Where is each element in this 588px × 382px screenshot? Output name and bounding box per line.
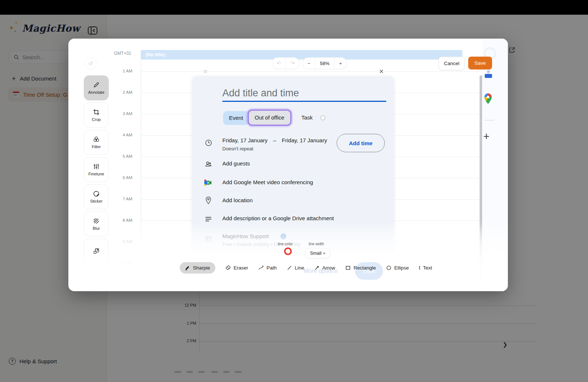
location-pin-icon <box>204 196 212 204</box>
tool-label: Sticker <box>90 199 103 203</box>
palette-fade <box>82 250 110 268</box>
add-meet-row: Add Google Meet video conferencing <box>222 179 313 185</box>
tool-crop[interactable]: Crop <box>84 103 109 128</box>
tool-label: Annotate <box>88 90 104 94</box>
blur-icon <box>93 217 100 225</box>
date-start: Friday, 17 January <box>222 137 268 143</box>
allday-event-bar: (No title) <box>141 50 462 60</box>
toolbar-rectangle[interactable]: Rectangle <box>345 262 376 274</box>
hour-label: 4 AM <box>116 133 132 137</box>
event-title-placeholder: Add title and time <box>222 88 299 99</box>
arrow-icon <box>314 265 320 271</box>
screen: ✦ ✦ ✦ MagicHow Search... + Ad <box>0 0 588 382</box>
chevron-down-icon: ▾ <box>323 251 325 255</box>
hour-label: 6 AM <box>116 175 132 180</box>
toolbar-eraser[interactable]: Eraser <box>225 262 248 274</box>
tool-label: Blur <box>93 226 100 231</box>
toolbar-label: Ellipse <box>394 265 409 271</box>
toolbar-label: Path <box>266 265 277 271</box>
google-meet-icon <box>204 179 212 187</box>
guests-icon <box>204 160 212 168</box>
tool-blur[interactable]: Blur <box>84 211 109 236</box>
undo-button[interactable]: ↶ <box>272 60 286 66</box>
toolbar-sharpie[interactable]: Sharpie <box>180 262 215 274</box>
title-underline <box>222 101 386 102</box>
hour-line <box>141 71 480 72</box>
sliders-icon <box>93 163 100 170</box>
toolbar-label: Text <box>423 265 432 271</box>
ellipse-icon <box>386 265 392 271</box>
toolbar-ellipse[interactable]: Ellipse <box>386 262 409 274</box>
filter-icon <box>93 136 100 143</box>
tool-label: Filter <box>92 144 101 149</box>
tab-task: Task <box>301 114 313 121</box>
tab-event: Event <box>223 111 249 125</box>
drag-handle-icon: = <box>204 68 207 75</box>
line-icon <box>287 265 292 271</box>
rectangle-icon <box>345 265 351 271</box>
path-icon <box>258 265 264 271</box>
toolbar-label: Eraser <box>234 265 248 271</box>
tool-annotate[interactable]: Annotate <box>84 75 109 100</box>
recurrence-label: Doesn't repeat <box>222 146 253 151</box>
google-maps-icon <box>484 93 492 106</box>
toolbar-text[interactable]: t Text <box>419 262 432 274</box>
toolbar-path[interactable]: Path <box>258 262 277 274</box>
close-icon: ✕ <box>379 68 384 75</box>
date-separator: – <box>273 137 276 143</box>
hour-label: 5 AM <box>116 154 132 158</box>
undo-redo-group: ↶ ↷ <box>272 57 300 69</box>
plus-icon: + <box>483 131 490 143</box>
line-width-label: line width <box>309 242 324 246</box>
cancel-button[interactable]: Cancel <box>438 57 465 70</box>
cursor-dot <box>320 115 325 120</box>
history-button[interactable]: ↺ <box>85 57 97 69</box>
timezone-label: GMT+01 <box>114 51 131 56</box>
clock-icon <box>204 139 212 147</box>
toolbar-label: Arrow <box>322 265 335 271</box>
tool-label: Crop <box>92 117 101 122</box>
eraser-icon <box>225 265 231 271</box>
add-location-row: Add location <box>222 197 253 203</box>
zoom-in-button[interactable]: + <box>334 61 347 66</box>
add-description-row: Add description or a Google Drive attach… <box>222 215 334 221</box>
contacts-icon <box>485 74 492 78</box>
add-time-button: Add time <box>337 134 385 152</box>
zoom-out-button[interactable]: − <box>303 61 315 66</box>
zoom-control: − 58% + <box>302 57 347 69</box>
hour-label: 1 AM <box>116 69 132 73</box>
crop-icon <box>93 108 100 116</box>
date-end: Friday, 17 January <box>282 137 327 143</box>
tool-label: Finetune <box>89 172 104 176</box>
save-button[interactable]: Save <box>468 57 492 69</box>
zoom-level: 58% <box>315 61 334 66</box>
hour-label: 3 AM <box>116 111 132 116</box>
toolbar-label: Rectangle <box>354 265 376 271</box>
contacts-icon <box>487 70 490 73</box>
toolbar-label: Line <box>295 265 304 271</box>
hour-label: 2 AM <box>116 90 132 94</box>
screenshot-editor-modal: GMT+01 (No title) 1 AM 2 AM 3 AM 4 AM 5 … <box>68 39 508 291</box>
toolbar-line[interactable]: Line <box>287 262 304 274</box>
hour-label: 7 AM <box>116 197 132 201</box>
event-date-range: Friday, 17 January – Friday, 17 January <box>222 137 327 143</box>
redo-button[interactable]: ↷ <box>286 60 299 66</box>
tool-finetune[interactable]: Finetune <box>84 157 109 182</box>
pencil-icon <box>93 81 100 89</box>
toolbar-arrow[interactable]: Arrow <box>314 262 335 274</box>
text-tool-icon: t <box>419 265 420 271</box>
line-color-swatch[interactable] <box>284 247 292 255</box>
tool-sticker[interactable]: Sticker <box>84 184 109 209</box>
line-color-label: line color <box>278 242 293 246</box>
sharpie-icon <box>185 265 190 271</box>
sticker-icon <box>93 190 100 197</box>
annotate-toolbar: Sharpie Eraser Path Line <box>180 262 432 274</box>
tab-out-of-office: Out of office <box>248 110 291 126</box>
tool-filter[interactable]: Filter <box>84 130 109 155</box>
line-width-dropdown[interactable]: Small ▾ <box>305 248 330 258</box>
line-width-value: Small <box>310 251 322 256</box>
toolbar-label: Sharpie <box>193 265 210 271</box>
divider <box>485 120 494 121</box>
add-guests-row: Add guests <box>222 160 250 167</box>
